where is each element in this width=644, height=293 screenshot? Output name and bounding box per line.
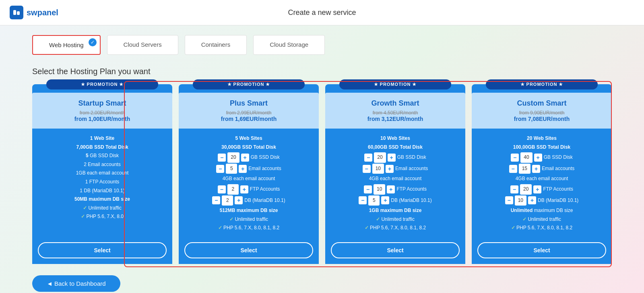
plan-price-plus: from 1,69EUR/month [184, 116, 314, 122]
ssd-value-plus: 20 [227, 152, 239, 163]
plan-body-startup: 1 Web Site 7,00GB SSD Total Disk 5 GB SS… [32, 129, 172, 238]
promo-badge-startup: ★ PROMOTION ★ [46, 79, 158, 89]
plan-custom-smart: ★ PROMOTION ★ Custom Smart from 9,90EUR/… [472, 84, 612, 264]
tab-containers[interactable]: Containers [185, 35, 247, 55]
email-plus-custom[interactable]: + [532, 165, 540, 173]
ssd-value-custom: 40 [520, 152, 532, 163]
db-minus-growth[interactable]: − [359, 196, 367, 204]
plan-name-custom: Custom Smart [477, 99, 607, 108]
email-minus-plus[interactable]: − [216, 165, 224, 173]
email-value-custom: 15 [519, 164, 530, 174]
db-minus-plus[interactable]: − [212, 196, 220, 204]
plan-name-growth: Growth Smart [330, 99, 460, 108]
promo-badge-custom: ★ PROMOTION ★ [486, 79, 598, 89]
ftp-value-growth: 10 [374, 184, 385, 195]
db-value-growth: 5 [368, 195, 380, 206]
ssd-plus-growth[interactable]: + [388, 154, 396, 162]
section-title: Select the Hosting Plan you want [32, 67, 612, 76]
email-plus-plus[interactable]: + [239, 165, 247, 173]
select-button-startup[interactable]: Select [38, 242, 167, 258]
plan-startup-smart: ★ PROMOTION ★ Startup Smart from 2,00EUR… [32, 84, 172, 264]
email-minus-growth[interactable]: − [363, 165, 371, 173]
plan-footer-growth: Select [325, 238, 465, 264]
plan-name-plus: Plus Smart [184, 99, 314, 108]
promo-badge-plus: ★ PROMOTION ★ [193, 79, 305, 89]
select-button-growth[interactable]: Select [331, 242, 460, 258]
db-value-custom: 10 [515, 195, 526, 206]
plan-footer-custom: Select [472, 238, 612, 264]
ftp-minus-custom[interactable]: − [510, 185, 518, 193]
svg-rect-1 [17, 11, 20, 15]
plan-footer-plus: Select [179, 238, 319, 264]
ssd-plus-plus[interactable]: + [241, 154, 249, 162]
plan-growth-smart: ★ PROMOTION ★ Growth Smart from 4,50EUR/… [325, 84, 465, 264]
plan-old-price-custom: from 9,90EUR/month [477, 110, 607, 116]
tab-web-hosting[interactable]: Web Hosting [32, 35, 101, 55]
email-plus-growth[interactable]: + [386, 165, 394, 173]
svg-rect-0 [13, 10, 16, 15]
plan-old-price-startup: from 2,00EUR/month [37, 110, 167, 116]
db-plus-custom[interactable]: + [528, 196, 536, 204]
promo-badge-growth: ★ PROMOTION ★ [339, 79, 451, 89]
plan-old-price-plus: from 2,99EUR/month [184, 110, 314, 116]
brand-name: swpanel [27, 8, 58, 17]
email-minus-custom[interactable]: − [509, 165, 517, 173]
select-button-custom[interactable]: Select [477, 242, 606, 258]
plan-name-startup: Startup Smart [37, 99, 167, 108]
ssd-minus-plus[interactable]: − [218, 154, 226, 162]
ftp-plus-plus[interactable]: + [240, 185, 248, 193]
service-tabs: Web Hosting Cloud Servers Containers Clo… [32, 35, 612, 55]
select-button-plus[interactable]: Select [184, 242, 313, 258]
ssd-minus-custom[interactable]: − [511, 154, 519, 162]
tab-cloud-storage[interactable]: Cloud Storage [253, 35, 325, 55]
ssd-plus-custom[interactable]: + [534, 154, 542, 162]
main-content: Web Hosting Cloud Servers Containers Clo… [0, 25, 644, 293]
plan-footer-startup: Select [32, 238, 172, 264]
email-value-growth: 10 [372, 164, 384, 174]
plan-price-growth: from 3,12EUR/month [330, 116, 460, 122]
db-plus-growth[interactable]: + [381, 196, 389, 204]
plan-body-growth: 10 Web Sites 60,00GB SSD Total Disk − 20… [325, 129, 465, 238]
plan-body-custom: 20 Web Sites 100,00GB SSD Total Disk − 4… [472, 129, 612, 238]
ssd-value-growth: 20 [374, 152, 386, 163]
ftp-value-custom: 20 [520, 184, 532, 195]
back-to-dashboard-button[interactable]: ◄ Back to Dashboard [32, 275, 120, 292]
plan-header-custom: Custom Smart from 9,90EUR/month from 7,0… [472, 93, 612, 129]
page-title: Create a new service [288, 8, 356, 17]
plan-header-growth: Growth Smart from 4,50EUR/month from 3,1… [325, 93, 465, 129]
ftp-minus-growth[interactable]: − [364, 185, 372, 193]
db-plus-plus[interactable]: + [235, 196, 243, 204]
header: swpanel Create a new service [0, 0, 644, 25]
ftp-minus-plus[interactable]: − [218, 185, 226, 193]
ftp-plus-growth[interactable]: + [387, 185, 395, 193]
ftp-plus-custom[interactable]: + [533, 185, 541, 193]
ftp-value-plus: 2 [227, 184, 239, 195]
plan-plus-smart: ★ PROMOTION ★ Plus Smart from 2,99EUR/mo… [179, 84, 319, 264]
plan-price-startup: from 1,00EUR/month [37, 116, 167, 122]
plans-container: ★ PROMOTION ★ Startup Smart from 2,00EUR… [32, 84, 612, 264]
plan-body-plus: 5 Web Sites 30,00GB SSD Total Disk − 20 … [179, 129, 319, 238]
logo-icon [10, 6, 23, 19]
db-value-plus: 2 [222, 195, 233, 206]
plan-old-price-growth: from 4,50EUR/month [330, 110, 460, 116]
tab-cloud-servers[interactable]: Cloud Servers [107, 35, 178, 55]
plan-price-custom: from 7,08EUR/month [477, 116, 607, 122]
logo-area: swpanel [10, 6, 58, 19]
email-value-plus: 5 [226, 164, 237, 174]
ssd-minus-growth[interactable]: − [364, 154, 372, 162]
plan-header-startup: Startup Smart from 2,00EUR/month from 1,… [32, 93, 172, 129]
db-minus-custom[interactable]: − [505, 196, 513, 204]
plan-header-plus: Plus Smart from 2,99EUR/month from 1,69E… [179, 93, 319, 129]
